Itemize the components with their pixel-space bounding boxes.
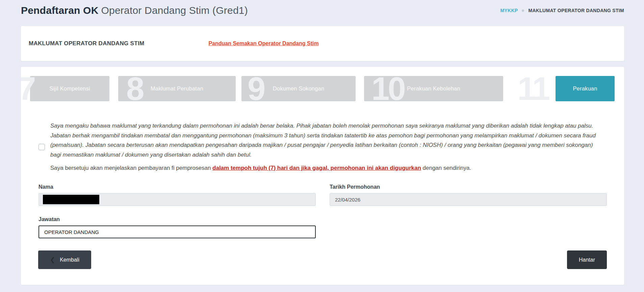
- step-number: 8: [126, 73, 143, 105]
- form-row-1: Nama Tarikh Permohonan: [38, 184, 607, 206]
- nama-input-wrap: [38, 193, 316, 206]
- redacted-name-value: [43, 195, 99, 204]
- guide-link[interactable]: Panduan Semakan Operator Dandang Stim: [208, 41, 318, 47]
- declaration-paragraph: Saya mengaku bahawa maklumat yang terkan…: [50, 121, 600, 160]
- submit-button-label: Hantar: [579, 257, 595, 263]
- tarikh-field-group: Tarikh Permohonan: [330, 184, 607, 206]
- tarikh-label: Tarikh Permohonan: [330, 184, 607, 190]
- jawatan-field-group: Jawatan: [38, 216, 316, 238]
- page: Pendaftaran OKOperator Dandang Stim (Gre…: [0, 0, 644, 292]
- declaration-text: Saya mengaku bahawa maklumat yang terkan…: [50, 121, 600, 172]
- nama-field-group: Nama: [38, 184, 316, 206]
- chevron-left-icon: ❮: [50, 256, 55, 264]
- declaration-checkbox[interactable]: [38, 144, 45, 150]
- step-label: Sijil Kompetensi: [49, 85, 90, 92]
- step-tab-perakuan-kebolehan[interactable]: 10 Perakuan Kebolehan: [364, 76, 503, 101]
- info-card: MAKLUMAT OPERATOR DANDANG STIM Panduan S…: [21, 26, 624, 61]
- tarikh-input: [330, 193, 607, 206]
- step-number: 7: [21, 73, 34, 105]
- breadcrumb: MYKKP MAKLUMAT OPERATOR DANDANG STIM: [500, 8, 624, 13]
- step-tab-perakuan-active[interactable]: 11 Perakuan: [556, 76, 615, 101]
- back-button-label: Kembali: [60, 257, 79, 263]
- page-title: Pendaftaran OKOperator Dandang Stim (Gre…: [21, 5, 248, 16]
- step-number: 11: [518, 73, 548, 105]
- jawatan-input[interactable]: [38, 225, 316, 238]
- step-label: Perakuan: [573, 85, 597, 92]
- step-tab-sijil-kompetensi[interactable]: 7 Sijil Kompetensi: [30, 76, 109, 101]
- nama-label: Nama: [38, 184, 316, 190]
- breadcrumb-separator-dot: [522, 9, 524, 12]
- page-title-rest: Operator Dandang Stim (Gred1): [101, 5, 248, 16]
- step-number: 10: [371, 73, 404, 105]
- info-card-heading: MAKLUMAT OPERATOR DANDANG STIM: [29, 40, 144, 47]
- breadcrumb-current: MAKLUMAT OPERATOR DANDANG STIM: [528, 8, 624, 13]
- declaration-block: Saya mengaku bahawa maklumat yang terkan…: [38, 121, 600, 172]
- fee-deadline-link[interactable]: dalam tempoh tujuh (7) hari dan jika gag…: [212, 165, 421, 171]
- top-header: Pendaftaran OKOperator Dandang Stim (Gre…: [21, 0, 624, 21]
- back-button[interactable]: ❮ Kembali: [38, 250, 91, 269]
- step-tabs: 7 Sijil Kompetensi 8 Maklumat Perubatan …: [21, 76, 624, 101]
- actions-row: ❮ Kembali Hantar: [38, 250, 607, 269]
- form-row-2: Jawatan: [38, 216, 607, 238]
- jawatan-label: Jawatan: [38, 216, 316, 222]
- fee-paragraph: Saya bersetuju akan menjelaskan pembayar…: [50, 164, 600, 172]
- page-title-bold: Pendaftaran OK: [21, 5, 99, 16]
- step-tab-dokumen-sokongan[interactable]: 9 Dokumen Sokongan: [241, 76, 356, 101]
- main-card: 7 Sijil Kompetensi 8 Maklumat Perubatan …: [21, 67, 624, 285]
- submit-button[interactable]: Hantar: [567, 250, 607, 269]
- fee-paragraph-suffix: dengan sendirinya.: [421, 165, 471, 171]
- step-number: 9: [248, 73, 264, 105]
- form-spacer-col: [330, 216, 607, 238]
- breadcrumb-home-link[interactable]: MYKKP: [500, 8, 518, 13]
- step-label: Perakuan Kebolehan: [407, 85, 460, 92]
- step-label: Maklumat Perubatan: [151, 85, 203, 92]
- step-tab-maklumat-perubatan[interactable]: 8 Maklumat Perubatan: [118, 76, 236, 101]
- step-label: Dokumen Sokongan: [273, 85, 325, 92]
- fee-paragraph-prefix: Saya bersetuju akan menjelaskan pembayar…: [50, 165, 212, 171]
